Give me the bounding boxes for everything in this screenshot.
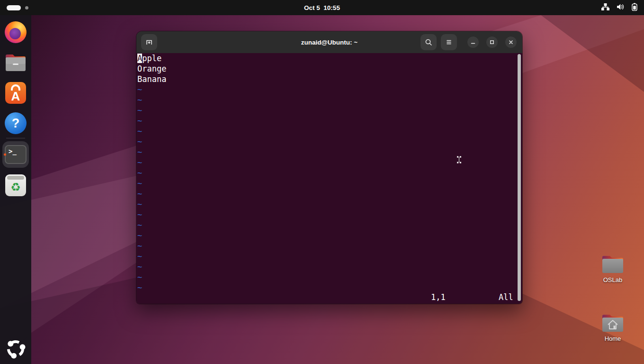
vim-tilde-line: ~ <box>137 282 522 293</box>
new-tab-icon <box>145 38 153 46</box>
dock: A ? >_ ♻ <box>0 15 31 364</box>
vim-tilde-line: ~ <box>137 95 522 105</box>
vim-tilde-line: ~ <box>137 241 522 251</box>
vim-tilde-line: ~ <box>137 178 522 189</box>
top-bar: Oct 5 10:55 <box>0 0 644 15</box>
vim-tilde-line: ~ <box>137 147 522 157</box>
vim-scroll-position: All <box>499 292 513 302</box>
vim-tilde-line: ~ <box>137 230 522 241</box>
close-button[interactable] <box>505 36 517 48</box>
help-icon: ? <box>5 112 27 134</box>
running-indicator-dot <box>4 154 6 156</box>
vim-tilde-line: ~ <box>137 84 522 95</box>
trash-lid <box>7 176 24 180</box>
desktop-icon-home[interactable]: Home <box>597 313 628 342</box>
desktop-icon-label: OSLab <box>603 276 622 283</box>
software-letter: A <box>11 90 20 104</box>
maximize-button[interactable] <box>486 36 498 48</box>
terminal-content[interactable]: Apple Orange Banana ~~~~~~~~~~~~~~~~~~~~… <box>136 53 522 304</box>
text-cursor-pointer <box>456 156 462 164</box>
terminal-icon: >_ <box>5 145 27 164</box>
dock-item-files[interactable] <box>2 49 29 76</box>
desktop-icon-label: Home <box>605 335 621 342</box>
vim-tilde-line: ~ <box>137 199 522 209</box>
search-button[interactable] <box>420 34 437 50</box>
volume-icon <box>617 3 625 12</box>
vim-line-3: Banana <box>137 74 522 84</box>
dock-item-ubuntu-software[interactable]: A <box>2 80 29 106</box>
home-folder-icon <box>601 313 625 333</box>
vim-tilde-line: ~ <box>137 116 522 126</box>
firefox-icon <box>5 21 27 43</box>
vim-tildes: ~~~~~~~~~~~~~~~~~~~~ <box>137 84 522 293</box>
vim-tilde-line: ~ <box>137 220 522 230</box>
search-icon <box>424 38 433 46</box>
system-tray[interactable] <box>601 0 637 15</box>
menu-button[interactable] <box>441 34 457 50</box>
hamburger-menu-icon <box>445 38 453 46</box>
vim-tilde-line: ~ <box>137 126 522 136</box>
new-tab-button[interactable] <box>141 34 157 50</box>
dock-item-firefox[interactable] <box>2 19 29 46</box>
ubuntu-software-icon: A <box>5 82 26 104</box>
vim-cursor: A <box>137 54 142 63</box>
vim-line-2: Orange <box>137 64 522 74</box>
vim-tilde-line: ~ <box>137 136 522 147</box>
vim-ruler: 1,1 <box>431 292 446 302</box>
vim-status-line: 1,1 All <box>137 292 522 302</box>
dock-item-trash[interactable]: ♻ <box>2 172 29 199</box>
vim-tilde-line: ~ <box>137 209 522 220</box>
maximize-icon <box>489 39 495 45</box>
vim-tilde-line: ~ <box>137 251 522 262</box>
vim-tilde-line: ~ <box>137 105 522 116</box>
terminal-window: zunaid@Ubuntu: ~ <box>136 31 522 304</box>
dock-separator <box>6 138 25 138</box>
folder-icon <box>601 254 625 274</box>
minimize-icon <box>470 39 476 45</box>
trash-icon: ♻ <box>5 174 26 196</box>
vim-tilde-line: ~ <box>137 168 522 178</box>
desktop-icon-oslab[interactable]: OSLab <box>597 254 628 283</box>
vim-line-1: Apple <box>137 53 522 64</box>
show-apps-button[interactable] <box>4 337 27 360</box>
close-icon <box>508 39 514 45</box>
files-icon <box>5 53 27 72</box>
battery-icon <box>632 3 637 13</box>
clock[interactable]: Oct 5 10:55 <box>0 0 644 15</box>
ubuntu-logo-icon <box>5 338 26 359</box>
network-icon <box>601 3 609 12</box>
vim-tilde-line: ~ <box>137 189 522 199</box>
dock-item-terminal[interactable]: >_ <box>2 141 29 168</box>
bag-handle <box>11 84 20 91</box>
vim-tilde-line: ~ <box>137 157 522 168</box>
minimize-button[interactable] <box>467 36 479 48</box>
recycle-glyph: ♻ <box>10 182 21 193</box>
window-titlebar[interactable]: zunaid@Ubuntu: ~ <box>136 31 522 53</box>
vim-tilde-line: ~ <box>137 272 522 282</box>
terminal-scrollbar[interactable] <box>518 54 521 301</box>
dock-item-help[interactable]: ? <box>2 110 29 136</box>
vim-tilde-line: ~ <box>137 262 522 272</box>
